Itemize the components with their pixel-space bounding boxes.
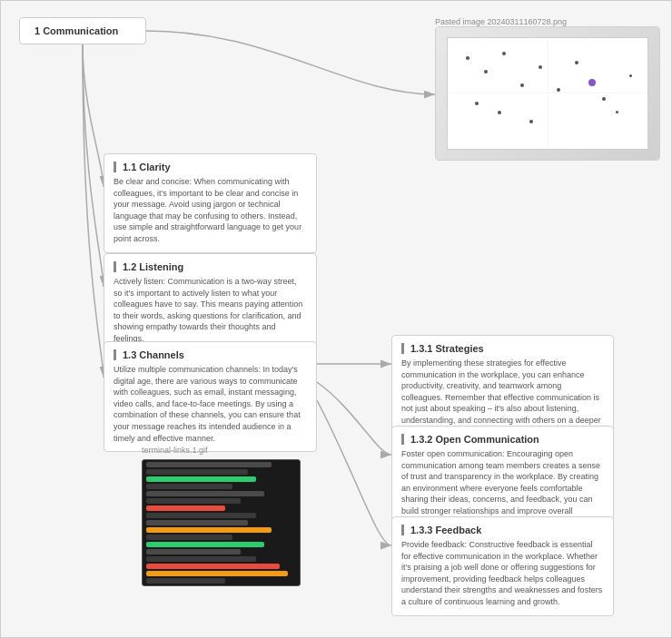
strategies-bar-icon: [401, 343, 404, 354]
node-feedback-body: Provide feedback: Constructive feedback …: [401, 539, 604, 608]
pasted-image-node[interactable]: [435, 26, 660, 161]
graph-lines: [448, 38, 647, 149]
node-strategies-title: 1.3.1 Strategies: [401, 343, 604, 354]
node-listening-body: Actively listen: Communication is a two-…: [114, 276, 307, 345]
terminal-label: terminal-links.1.gif: [142, 446, 208, 455]
node-clarity-body: Be clear and concise: When communicating…: [114, 176, 307, 245]
arrow-root-to-13: [83, 44, 104, 378]
node-open-comm-title: 1.3.2 Open Communication: [401, 434, 604, 445]
node-listening-title: 1.2 Listening: [114, 261, 307, 272]
canvas: 1 Communication Pasted image 20240311160…: [0, 0, 672, 638]
channels-bar-icon: [114, 349, 116, 360]
feedback-bar-icon: [401, 525, 404, 535]
node-feedback[interactable]: 1.3.3 Feedback Provide feedback: Constru…: [391, 516, 614, 616]
arrow-root-to-12: [83, 44, 104, 287]
pasted-image-content: [436, 27, 659, 160]
listening-bar-icon: [114, 261, 116, 272]
node-channels-body: Utilize multiple communication channels:…: [114, 364, 307, 444]
root-label: 1 Communication: [35, 25, 118, 36]
open-comm-bar-icon: [401, 434, 404, 445]
node-channels[interactable]: 1.3 Channels Utilize multiple communicat…: [104, 341, 317, 452]
clarity-bar-icon: [114, 162, 116, 172]
terminal-node[interactable]: [142, 459, 301, 586]
node-feedback-title: 1.3.3 Feedback: [401, 525, 604, 535]
arrow-13-to-132: [317, 382, 391, 455]
node-clarity[interactable]: 1.1 Clarity Be clear and concise: When c…: [104, 153, 317, 253]
pasted-image-label: Pasted image 20240311160728.png: [435, 17, 567, 26]
node-clarity-title: 1.1 Clarity: [114, 162, 307, 172]
pasted-image-inner: [447, 37, 647, 150]
node-channels-title: 1.3 Channels: [114, 349, 307, 360]
node-listening[interactable]: 1.2 Listening Actively listen: Communica…: [104, 253, 317, 353]
arrow-root-to-image: [146, 31, 435, 94]
arrow-13-to-133: [317, 400, 391, 545]
arrow-root-to-11: [83, 44, 104, 187]
root-node: 1 Communication: [19, 17, 146, 44]
